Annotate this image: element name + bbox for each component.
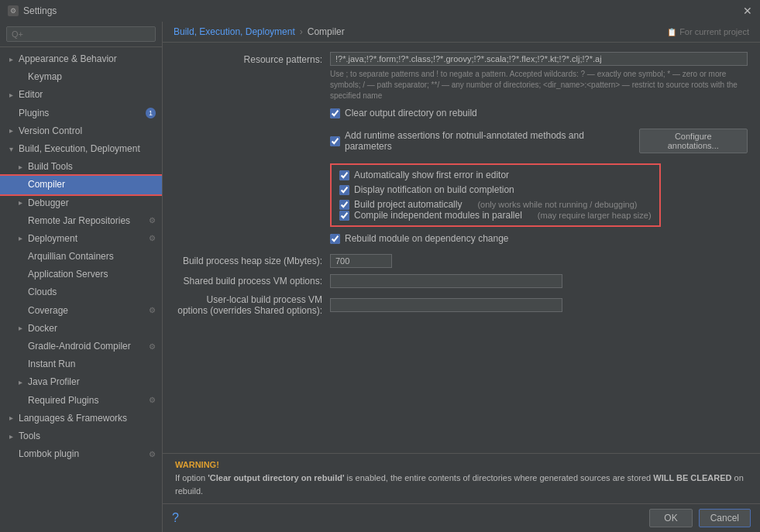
rebuild-module-checkbox[interactable] <box>330 234 340 244</box>
arrow-icon <box>9 412 19 424</box>
highlighted-checkboxes-row: Automatically show first error in editor… <box>175 163 748 227</box>
breadcrumb: Build, Execution, Deployment › Compiler … <box>163 22 760 43</box>
settings-body: Resource patterns: Use ; to separate pat… <box>163 43 760 453</box>
shared-vm-label: Shared build process VM options: <box>175 276 330 287</box>
rebuild-module-checkbox-row: Rebuild module on dependency change <box>330 233 748 244</box>
sidebar-item-label: Lombok plugin <box>19 447 79 462</box>
arrow-icon <box>9 431 19 443</box>
compile-parallel-checkbox[interactable] <box>339 211 349 221</box>
sidebar-item-build-execution[interactable]: Build, Execution, Deployment <box>0 140 162 158</box>
sidebar-item-plugins[interactable]: Plugins 1 <box>0 105 162 122</box>
warning-box: WARNING! If option 'Clear output directo… <box>163 453 760 503</box>
warning-will-cleared: WILL BE CLEARED <box>653 473 731 482</box>
sidebar-item-compiler[interactable]: Compiler <box>0 176 162 194</box>
sidebar-item-tools[interactable]: Tools <box>0 427 162 445</box>
add-runtime-row-inner: Add runtime assertions for notnull-annot… <box>330 129 748 153</box>
build-auto-label: Build project automatically <box>354 199 462 210</box>
sidebar-item-label: Coverage <box>28 304 68 318</box>
sidebar-item-lombok-plugin[interactable]: Lombok plugin ⚙ <box>0 445 162 463</box>
arrow-icon <box>19 161 28 173</box>
user-local-vm-input[interactable] <box>330 298 562 312</box>
sidebar-item-label: Remote Jar Repositories <box>28 214 130 228</box>
sidebar-item-label: Arquillian Containers <box>28 249 114 264</box>
window-title: Settings <box>23 5 57 16</box>
sidebar-item-label: Keymap <box>28 70 62 84</box>
clear-output-checkbox-row: Clear output directory on rebuild <box>330 108 748 118</box>
settings-window: ⚙ Settings ✕ Appearance & Behavior Keyma… <box>0 0 760 532</box>
sidebar: Appearance & Behavior Keymap Editor Plug… <box>0 22 163 532</box>
add-runtime-label: Add runtime assertions for notnull-annot… <box>345 130 628 152</box>
arrow-icon <box>9 89 19 101</box>
sidebar-item-build-tools[interactable]: Build Tools <box>0 158 162 176</box>
display-notification-label: Display notification on build completion <box>354 184 514 195</box>
sidebar-item-application-servers[interactable]: Application Servers <box>0 266 162 283</box>
sidebar-item-label: Required Plugins <box>28 393 98 408</box>
sidebar-item-version-control[interactable]: Version Control <box>0 122 162 140</box>
shared-vm-input[interactable] <box>330 274 562 288</box>
compile-parallel-row: Compile independent modules in parallel … <box>339 210 652 221</box>
build-automatically-row: Build project automatically (only works … <box>339 199 652 210</box>
sidebar-item-arquillian[interactable]: Arquillian Containers <box>0 248 162 266</box>
resource-patterns-hint: Use ; to separate patterns and ! to nega… <box>330 69 748 101</box>
sidebar-item-docker[interactable]: Docker <box>0 320 162 338</box>
resource-patterns-input[interactable] <box>330 52 748 66</box>
sidebar-item-clouds[interactable]: Clouds <box>0 283 162 301</box>
clear-output-row: Clear output directory on rebuild <box>175 108 748 122</box>
sidebar-item-instant-run[interactable]: Instant Run <box>0 355 162 373</box>
heap-size-input[interactable] <box>330 254 392 268</box>
sidebar-item-label: Gradle-Android Compiler <box>28 339 131 354</box>
sidebar-item-label: Languages & Frameworks <box>19 411 127 426</box>
gear-icon: ⚙ <box>149 304 156 317</box>
sidebar-tree: Appearance & Behavior Keymap Editor Plug… <box>0 47 162 532</box>
sidebar-item-label: Clouds <box>28 285 57 300</box>
heap-size-label: Build process heap size (Mbytes): <box>175 256 330 266</box>
sidebar-item-coverage[interactable]: Coverage ⚙ <box>0 302 162 320</box>
build-auto-checkbox[interactable] <box>339 200 349 210</box>
resource-patterns-control: Use ; to separate patterns and ! to nega… <box>330 52 748 101</box>
heap-size-row: Build process heap size (Mbytes): <box>175 254 748 268</box>
display-notification-row: Display notification on build completion <box>339 184 652 195</box>
search-box <box>0 22 162 47</box>
sidebar-item-gradle-android[interactable]: Gradle-Android Compiler ⚙ <box>0 338 162 355</box>
sidebar-item-label: Editor <box>19 88 43 102</box>
gear-icon: ⚙ <box>149 341 156 353</box>
display-notification-checkbox[interactable] <box>339 185 349 195</box>
plugins-badge: 1 <box>146 108 156 118</box>
add-runtime-row: Add runtime assertions for notnull-annot… <box>175 129 748 157</box>
arrow-icon <box>19 322 28 335</box>
sidebar-item-appearance-behavior[interactable]: Appearance & Behavior <box>0 50 162 68</box>
search-input[interactable] <box>6 26 156 42</box>
sidebar-item-java-profiler[interactable]: Java Profiler <box>0 373 162 391</box>
breadcrumb-compiler: Compiler <box>308 26 345 37</box>
arrow-icon <box>9 53 19 66</box>
sidebar-item-deployment[interactable]: Deployment ⚙ <box>0 230 162 248</box>
sidebar-item-label: Docker <box>28 321 57 336</box>
sidebar-item-keymap[interactable]: Keymap <box>0 68 162 86</box>
close-button[interactable]: ✕ <box>743 5 752 17</box>
sidebar-item-label: Compiler <box>28 177 65 192</box>
compile-parallel-comment: (may require larger heap size) <box>538 211 652 220</box>
sidebar-item-debugger[interactable]: Debugger <box>0 194 162 212</box>
sidebar-item-label: Deployment <box>28 232 77 246</box>
for-current-label: For current project <box>679 27 749 36</box>
app-icon: ⚙ <box>8 5 19 16</box>
help-button[interactable]: ? <box>172 511 179 525</box>
arrow-icon <box>19 232 28 245</box>
sidebar-item-editor[interactable]: Editor <box>0 86 162 104</box>
gear-icon: ⚙ <box>149 232 156 245</box>
clear-output-checkbox[interactable] <box>330 108 340 118</box>
right-panel: Build, Execution, Deployment › Compiler … <box>163 22 760 532</box>
add-runtime-checkbox[interactable] <box>330 136 340 146</box>
cancel-button[interactable]: Cancel <box>699 509 751 527</box>
configure-annotations-button[interactable]: Configure annotations... <box>639 129 748 153</box>
clear-output-label: Clear output directory on rebuild <box>345 108 477 118</box>
sidebar-item-languages-frameworks[interactable]: Languages & Frameworks <box>0 410 162 427</box>
auto-show-error-checkbox[interactable] <box>339 170 349 180</box>
sidebar-item-label: Build Tools <box>28 160 73 174</box>
sidebar-item-remote-jar[interactable]: Remote Jar Repositories ⚙ <box>0 212 162 230</box>
breadcrumb-build[interactable]: Build, Execution, Deployment <box>174 26 295 37</box>
ok-button[interactable]: OK <box>649 509 692 527</box>
gear-icon: ⚙ <box>149 394 156 407</box>
sidebar-item-required-plugins[interactable]: Required Plugins ⚙ <box>0 392 162 410</box>
resource-patterns-row: Resource patterns: Use ; to separate pat… <box>175 52 748 101</box>
